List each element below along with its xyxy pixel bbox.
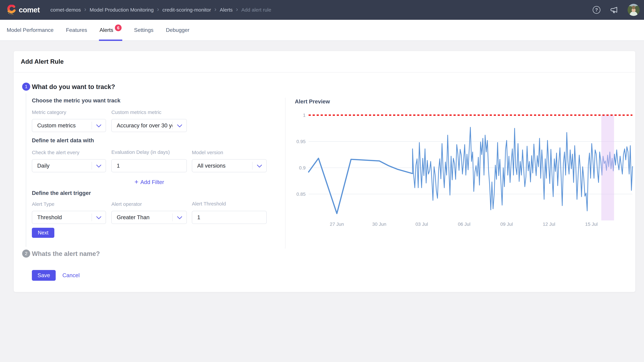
breadcrumb-separator-icon: ›	[236, 6, 238, 13]
alert-threshold-field	[192, 211, 267, 224]
svg-text:30 Jun: 30 Jun	[372, 222, 386, 227]
evaluation-delay-field	[111, 159, 187, 172]
svg-text:03 Jul: 03 Jul	[416, 222, 428, 227]
chevron-down-icon	[96, 162, 101, 168]
card-body: 1 What do you want to track? Choose the …	[14, 72, 635, 292]
chevron-down-icon	[177, 122, 182, 127]
evaluation-delay-input[interactable]	[112, 163, 186, 169]
breadcrumb-separator-icon: ›	[84, 6, 86, 13]
cancel-button[interactable]: Cancel	[62, 270, 80, 281]
breadcrumb-item[interactable]: comet-demos	[50, 7, 81, 13]
custom-metric-label: Custom metrics metric	[111, 109, 161, 115]
check-every-select[interactable]: Daily	[32, 159, 106, 172]
next-button[interactable]: Next	[32, 228, 54, 238]
comet-logo[interactable]: comet	[7, 5, 40, 15]
breadcrumb-item[interactable]: Model Production Monitoring	[90, 7, 154, 13]
step-1-title: What do you want to track?	[32, 83, 115, 90]
add-alert-rule-card: Add Alert Rule 1 What do you want to tra…	[14, 51, 635, 292]
active-tab-indicator	[99, 39, 122, 41]
alert-type-select[interactable]: Threshold	[32, 211, 106, 224]
step-2-title: Whats the alert name?	[32, 250, 100, 257]
tab-settings[interactable]: Settings	[134, 19, 154, 40]
chart-title: Alert Preview	[295, 98, 635, 105]
megaphone-icon[interactable]	[610, 6, 618, 14]
section-title-data: Define te alert data with	[32, 137, 94, 144]
section-title-trigger: Define the alert trigger	[32, 190, 91, 196]
breadcrumb-separator-icon: ›	[214, 6, 216, 13]
breadcrumb-item[interactable]: Alerts	[220, 7, 232, 13]
svg-text:1: 1	[303, 113, 306, 118]
metric-category-label: Metric category	[32, 109, 66, 115]
step-connector-line	[26, 93, 26, 247]
model-version-select[interactable]: All versions	[192, 159, 267, 172]
comet-logo-icon	[7, 5, 16, 15]
svg-text:15 Jul: 15 Jul	[585, 222, 598, 227]
step-1-indicator: 1	[22, 83, 30, 91]
tab-alerts[interactable]: Alerts 6	[100, 19, 122, 40]
svg-text:12 Jul: 12 Jul	[543, 222, 555, 227]
svg-text:0.9: 0.9	[299, 165, 306, 170]
tab-debugger[interactable]: Debugger	[166, 19, 190, 40]
svg-text:06 Jul: 06 Jul	[458, 222, 470, 227]
svg-text:09 Jul: 09 Jul	[500, 222, 513, 227]
plus-icon: +	[134, 178, 138, 186]
model-version-label: Model version	[192, 150, 223, 155]
chevron-down-icon	[257, 162, 262, 168]
svg-text:0.95: 0.95	[296, 139, 306, 144]
tab-bar: Model Performance Features Alerts 6 Sett…	[0, 20, 644, 41]
chevron-down-icon	[177, 214, 182, 219]
alert-operator-select[interactable]: Greater Than	[111, 211, 187, 224]
top-navbar: comet comet-demos › Model Production Mon…	[0, 0, 644, 20]
breadcrumb-separator-icon: ›	[157, 6, 159, 13]
alert-threshold-input[interactable]	[192, 214, 266, 221]
page-title: Add Alert Rule	[21, 58, 64, 65]
comet-wordmark: comet	[19, 6, 40, 14]
custom-metric-select[interactable]: Accuracy for over 30 ye...	[111, 119, 187, 132]
chevron-down-icon	[96, 122, 101, 127]
add-filter-button[interactable]: + Add Filter	[32, 178, 267, 186]
breadcrumb-item[interactable]: credit-scoring-monitor	[162, 7, 211, 13]
help-icon[interactable]: ?	[593, 6, 600, 14]
alert-type-label: Alert Type	[32, 201, 54, 207]
metric-category-select[interactable]: Custom metrics	[32, 119, 106, 132]
alert-operator-label: Alert operator	[111, 201, 142, 207]
check-every-label: Check the alert every	[32, 150, 79, 155]
avatar[interactable]	[628, 4, 640, 16]
step-2-indicator: 2	[22, 250, 30, 258]
breadcrumb: comet-demos › Model Production Monitorin…	[50, 6, 271, 13]
svg-text:0.85: 0.85	[296, 192, 306, 197]
alert-threshold-label: Alert Threshold	[192, 201, 226, 207]
chevron-down-icon	[96, 214, 101, 219]
alert-preview-panel: Alert Preview 10.950.90.8527 Jun30 Jun03…	[285, 98, 635, 249]
tab-model-performance[interactable]: Model Performance	[7, 19, 54, 40]
alerts-badge: 6	[115, 24, 122, 31]
breadcrumb-item-current: Add alert rule	[241, 7, 271, 13]
tab-features[interactable]: Features	[66, 19, 87, 40]
card-header: Add Alert Rule	[14, 51, 635, 72]
alert-preview-chart: 10.950.90.8527 Jun30 Jun03 Jul06 Jul09 J…	[295, 110, 634, 229]
section-title-metric: Choose the metric you want track	[32, 97, 120, 104]
save-button[interactable]: Save	[32, 270, 56, 281]
eval-delay-label: Evaluation Delay (in days)	[111, 149, 170, 155]
svg-text:27 Jun: 27 Jun	[330, 222, 344, 227]
